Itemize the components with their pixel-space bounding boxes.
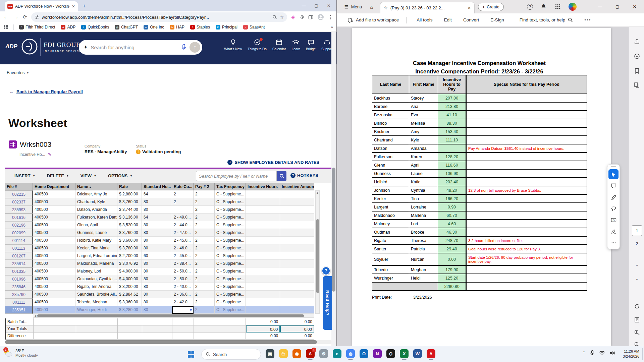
settings-icon[interactable]: ⚙ bbox=[319, 349, 328, 358]
grid-cell[interactable] bbox=[280, 206, 314, 214]
column-header-3[interactable]: Name ▲ bbox=[75, 183, 117, 190]
file-number-cell[interactable]: 001113 bbox=[5, 244, 33, 252]
grid-cell[interactable] bbox=[280, 190, 314, 198]
bookmark-item[interactable]: @ChatGPT bbox=[115, 25, 138, 29]
table-row[interactable]: 235790400500Saunders, Brooke Ali...$ 2,8… bbox=[5, 291, 314, 298]
tray-chevron-up-icon[interactable]: ⌃ bbox=[582, 351, 586, 355]
snapshot-icon[interactable] bbox=[632, 315, 642, 324]
delete-menu-button[interactable]: DELETE▼ bbox=[47, 173, 69, 178]
bookmark-item[interactable]: sSaasAnt bbox=[243, 25, 265, 29]
grid-cell[interactable]: Brickner, Amy Jo bbox=[75, 190, 117, 198]
edit-tab[interactable]: Edit bbox=[444, 17, 452, 22]
grid-cell[interactable]: 2 bbox=[194, 267, 215, 275]
grid-cell[interactable]: 2 bbox=[194, 260, 215, 267]
grid-cell[interactable]: 80 bbox=[142, 244, 172, 252]
grid-cell[interactable]: C - Suppleme... bbox=[215, 260, 246, 267]
grid-cell[interactable]: 64 bbox=[142, 214, 172, 221]
taskbar-search[interactable]: Search bbox=[201, 349, 261, 360]
page-vertical-scrollbar[interactable] bbox=[331, 32, 336, 346]
bookmark-item[interactable]: SStaples bbox=[190, 25, 210, 29]
text-callout-tool-icon[interactable]: A bbox=[608, 215, 619, 225]
table-row[interactable]: 001335400500Maloney, Lori$ 4,000.00802 -… bbox=[5, 267, 314, 275]
column-header-9[interactable]: Incentive Hours bbox=[246, 183, 280, 190]
onenote-icon[interactable]: N bbox=[373, 349, 382, 358]
grid-cell[interactable]: $ 3,076.92 bbox=[117, 260, 142, 267]
grid-cell[interactable]: 80 bbox=[142, 229, 172, 237]
new-tab-button[interactable]: + bbox=[83, 3, 86, 9]
taskbar-clock[interactable]: 11:26 AM 3/24/2026 bbox=[623, 349, 639, 359]
zoom-icon[interactable] bbox=[272, 15, 277, 19]
add-file-button[interactable]: Add file to workspace bbox=[347, 17, 399, 23]
file-number-cell[interactable]: 002215 bbox=[5, 190, 33, 198]
grid-cell[interactable]: $ 2,700.00 bbox=[117, 252, 142, 260]
grid-cell[interactable]: 2 - 44.0... bbox=[172, 221, 194, 229]
grid-cell[interactable]: Largent, Edna Lorraine bbox=[75, 252, 117, 260]
file-number-cell[interactable]: 235790 bbox=[5, 291, 33, 298]
grid-cell[interactable]: C - Suppleme... bbox=[215, 190, 246, 198]
grid-cell[interactable]: 400500 bbox=[33, 283, 75, 291]
grid-cell[interactable]: 400500 bbox=[33, 229, 75, 237]
grid-cell[interactable]: $ 4,000.00 bbox=[117, 267, 142, 275]
grid-cell[interactable]: 2 bbox=[194, 291, 215, 298]
scroll-up-arrow[interactable]: ▲ bbox=[316, 191, 319, 195]
app-window-icon[interactable]: ▣ bbox=[266, 349, 274, 358]
acrobat-icon[interactable]: A bbox=[427, 349, 435, 358]
grid-cell[interactable]: 2 - 40.0... bbox=[172, 283, 194, 291]
hotkeys-button[interactable]: ? HOTKEYS bbox=[290, 173, 318, 178]
q-app-icon[interactable]: Q bbox=[386, 349, 395, 358]
grid-cell[interactable] bbox=[246, 275, 280, 283]
table-row[interactable]: 002215400500Brickner, Amy Jo$ 2,880.0064… bbox=[5, 190, 314, 198]
grid-cell[interactable] bbox=[280, 221, 314, 229]
page-thumbnail-1[interactable]: 1 bbox=[632, 225, 642, 236]
grid-cell[interactable]: C - Suppleme... bbox=[215, 283, 246, 291]
employee-search-input[interactable]: Search Employee by File# or Name bbox=[196, 171, 277, 181]
grid-cell[interactable]: 400500 bbox=[33, 298, 75, 306]
grid-cell[interactable] bbox=[280, 260, 314, 267]
column-header-2[interactable]: Home Department bbox=[33, 183, 75, 190]
adp-nav-things-to-do[interactable]: Things to Do bbox=[248, 39, 267, 51]
grid-cell[interactable]: 400500 bbox=[33, 198, 75, 206]
bookmark-item[interactable]: wOne Inc bbox=[144, 25, 164, 29]
grid-cell[interactable]: 400500 bbox=[33, 237, 75, 244]
grid-cell[interactable]: $ 2,884.62 bbox=[117, 291, 142, 298]
table-row[interactable]: 002196400500Glenn, April$ 3,520.00802 - … bbox=[5, 221, 314, 229]
grid-cell[interactable]: Glenn, April bbox=[75, 221, 117, 229]
adp-nav-calendar[interactable]: Calendar bbox=[272, 39, 286, 51]
grid-cell[interactable]: Maloney, Lori bbox=[75, 267, 117, 275]
grid-cell[interactable]: 80 bbox=[142, 291, 172, 298]
grid-cell[interactable]: 80 bbox=[142, 298, 172, 306]
grid-cell[interactable]: $ 3,780.00 bbox=[117, 244, 142, 252]
word-icon[interactable]: W bbox=[413, 349, 422, 358]
tab-close-icon[interactable]: ✕ bbox=[468, 6, 471, 10]
file-number-cell[interactable]: 001616 bbox=[5, 214, 33, 221]
grid-cell[interactable]: C - Suppleme... bbox=[215, 275, 246, 283]
browser-tab[interactable]: ADP ADP Workforce Now - Workshe ✕ bbox=[5, 1, 78, 11]
grid-cell[interactable] bbox=[246, 221, 280, 229]
start-button[interactable] bbox=[188, 351, 194, 358]
bookmark-item[interactable]: lQuickBooks bbox=[81, 25, 109, 29]
back-to-payroll-link[interactable]: ←Back to Manage Regular Payroll bbox=[9, 89, 83, 94]
insert-menu-button[interactable]: INSERT▼ bbox=[14, 173, 36, 178]
page-horizontal-scrollbar[interactable] bbox=[5, 340, 332, 344]
adp-nav-bridge[interactable]: Bridge bbox=[306, 39, 316, 51]
microphone-icon[interactable] bbox=[590, 350, 594, 356]
forward-icon[interactable]: → bbox=[13, 14, 19, 20]
show-employee-details-link[interactable]: + SHOW EMPLOYEE DETAILS AND RATES bbox=[227, 160, 319, 165]
options-menu-button[interactable]: OPTIONS▼ bbox=[108, 173, 132, 178]
bookmark-icon[interactable] bbox=[632, 66, 642, 76]
grid-cell[interactable]: 2 bbox=[194, 221, 215, 229]
grid-cell[interactable]: C - Suppleme... bbox=[215, 306, 246, 314]
file-number-cell[interactable]: 001335 bbox=[5, 267, 33, 275]
favorites-label[interactable]: Favorites bbox=[7, 70, 24, 75]
grid-cell[interactable] bbox=[280, 244, 314, 252]
grid-cell[interactable]: 2 - 50.0... bbox=[172, 267, 194, 275]
grid-cell[interactable]: C - Suppleme... bbox=[215, 198, 246, 206]
grid-cell[interactable]: 2 bbox=[194, 275, 215, 283]
grid-cell[interactable]: $ 3,200.00 bbox=[117, 283, 142, 291]
grid-cell[interactable]: 80 bbox=[142, 198, 172, 206]
excel-icon[interactable]: X bbox=[400, 349, 409, 358]
grid-cell[interactable] bbox=[246, 244, 280, 252]
grid-cell[interactable] bbox=[280, 229, 314, 237]
grid-cell[interactable]: $ 3,136.00 bbox=[117, 214, 142, 221]
comment-tool-icon[interactable] bbox=[608, 181, 619, 191]
